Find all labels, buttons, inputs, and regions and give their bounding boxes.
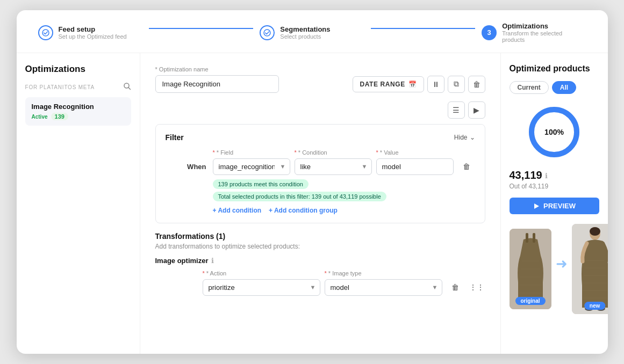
product-count-row: 43,119 ℹ <box>510 169 548 183</box>
out-of-label: Out of 43,119 <box>510 183 549 190</box>
step-optimizations-number-icon: 3 <box>482 25 497 40</box>
toolbar-buttons: DATE RANGE 📅 ⏸ ⧉ 🗑 <box>353 76 485 93</box>
donut-label: 100% <box>544 128 564 136</box>
preview-button[interactable]: PREVIEW <box>510 198 599 214</box>
step-optimizations: 3 Optimizations Transform the selected p… <box>482 22 586 43</box>
step-optimizations-sub: Transform the selected products <box>502 30 586 43</box>
sidebar-for-text: FOR PLATANITOS META <box>25 84 95 90</box>
sidebar-item-image-recognition[interactable]: Image Recognition Active 139 <box>25 97 131 126</box>
step-segmentations: Segmentations Select products <box>260 25 364 40</box>
status-badge-active: Active <box>32 114 48 120</box>
stepper: Feed setup Set up the Optimized feed Seg… <box>17 10 608 53</box>
chevron-down-icon: ⌄ <box>470 134 475 141</box>
main-layout: Optimizations FOR PLATANITOS META Image … <box>17 53 608 354</box>
svg-point-17 <box>590 227 600 236</box>
image-type-col-label: * * Image type <box>325 270 442 276</box>
action-row: prioritize ▼ model ▼ 🗑 ⋮⋮ <box>155 279 485 296</box>
action-select-wrapper: prioritize ▼ <box>203 279 320 296</box>
opt-name-label: * Optimization name <box>155 66 485 72</box>
transformations-sub: Add transformations to optimize selected… <box>155 243 485 250</box>
toggle-row: Current All <box>510 81 577 94</box>
step-line-2 <box>371 28 475 29</box>
step-segmentations-title: Segmentations <box>280 25 330 33</box>
opt-name-input[interactable] <box>155 75 279 93</box>
step-feed-setup: Feed setup Set up the Optimized feed <box>38 25 142 40</box>
image-type-select[interactable]: model <box>325 279 442 296</box>
svg-rect-9 <box>533 233 535 243</box>
drag-handle[interactable]: ⋮⋮ <box>468 279 485 296</box>
step-feed-setup-text: Feed setup Set up the Optimized feed <box>59 25 127 40</box>
step-segmentations-text: Segmentations Select products <box>280 25 330 40</box>
new-image-wrapper: new <box>572 224 608 314</box>
filter-title: Filter <box>166 133 184 142</box>
content-area: * Optimization name DATE RANGE 📅 ⏸ ⧉ 🗑 <box>140 53 500 354</box>
right-panel-title: Optimized products <box>510 64 590 74</box>
step-line-1 <box>149 28 253 29</box>
condition-badges: 139 products meet this condition Total s… <box>166 179 475 201</box>
field-select-wrapper: image_recognition ▼ <box>213 158 290 175</box>
add-condition-group-button[interactable]: + Add condition group <box>269 207 338 214</box>
step-feed-setup-sub: Set up the Optimized feed <box>59 33 127 40</box>
svg-rect-8 <box>526 233 528 243</box>
action-select[interactable]: prioritize <box>203 279 320 296</box>
product-count: 43,119 <box>510 169 542 181</box>
view-icons-row: ☰ ▶ <box>155 101 485 119</box>
calendar-icon: 📅 <box>408 81 417 88</box>
pause-button[interactable]: ⏸ <box>427 76 444 93</box>
date-range-label: DATE RANGE <box>360 81 405 88</box>
count-badge: 139 <box>51 113 68 120</box>
hide-button[interactable]: Hide ⌄ <box>454 134 475 141</box>
condition-col-label: * * Condition <box>295 149 372 156</box>
copy-button[interactable]: ⧉ <box>448 76 465 93</box>
transformations-title: Transformations (1) <box>155 232 485 241</box>
arrow-right: ➜ <box>556 256 568 272</box>
image-optimizer-label: Image optimizer <box>155 257 209 265</box>
content-inner: * Optimization name DATE RANGE 📅 ⏸ ⧉ 🗑 <box>155 66 485 296</box>
sidebar-for-label: FOR PLATANITOS META <box>25 82 131 92</box>
donut-chart: 100% <box>525 103 584 162</box>
filter-header: Filter Hide ⌄ <box>166 133 475 142</box>
delete-button[interactable]: 🗑 <box>468 76 485 93</box>
step-segmentations-sub: Select products <box>280 33 330 40</box>
delete-transformation-button[interactable]: 🗑 <box>447 279 464 296</box>
product-count-info-icon[interactable]: ℹ <box>545 172 548 180</box>
opt-name-row: DATE RANGE 📅 ⏸ ⧉ 🗑 <box>155 75 485 93</box>
grid-view-button[interactable]: ▶ <box>468 101 485 119</box>
toggle-current-button[interactable]: Current <box>510 81 549 94</box>
value-col-label: * * Value <box>376 149 454 156</box>
sidebar-title: Optimizations <box>25 64 131 75</box>
condition-select-wrapper: like ▼ <box>295 158 372 175</box>
add-condition-row: + Add condition + Add condition group <box>166 207 475 214</box>
filter-row: When image_recognition ▼ like ▼ <box>166 158 475 175</box>
step-feed-setup-title: Feed setup <box>59 25 127 33</box>
date-range-button[interactable]: DATE RANGE 📅 <box>353 76 424 92</box>
search-icon[interactable] <box>123 82 131 92</box>
toggle-all-button[interactable]: All <box>552 81 576 94</box>
value-input[interactable] <box>376 158 454 175</box>
field-labels: * * Field * * Condition * * Value <box>166 149 475 156</box>
preview-label: PREVIEW <box>543 202 576 210</box>
when-label: When <box>166 163 209 171</box>
original-image-wrapper: original <box>510 229 551 309</box>
new-dress-svg <box>572 224 608 314</box>
original-label: original <box>515 297 545 305</box>
step-optimizations-title: Optimizations <box>502 22 586 30</box>
new-label: new <box>584 302 605 310</box>
condition-badge-2: Total selected products in this filter: … <box>213 192 386 201</box>
field-col-label: * * Field <box>213 149 290 156</box>
preview-icon <box>533 202 540 210</box>
delete-condition-button[interactable]: 🗑 <box>458 158 475 175</box>
add-condition-button[interactable]: + Add condition <box>213 207 262 214</box>
info-icon[interactable]: ℹ <box>211 257 214 265</box>
sidebar-item-name: Image Recognition <box>32 103 125 111</box>
condition-badge-1: 139 products meet this condition <box>213 179 309 189</box>
filter-section: Filter Hide ⌄ * * Field * * Cond <box>155 124 485 223</box>
condition-select[interactable]: like <box>295 158 372 175</box>
svg-marker-6 <box>534 203 539 209</box>
list-view-button[interactable]: ☰ <box>448 101 465 119</box>
svg-line-3 <box>128 88 131 90</box>
action-col-label: * * Action <box>203 270 320 276</box>
transformations-section: Transformations (1) Add transformations … <box>155 232 485 296</box>
image-optimizer-row: Image optimizer ℹ <box>155 257 485 265</box>
field-select[interactable]: image_recognition <box>213 158 290 175</box>
